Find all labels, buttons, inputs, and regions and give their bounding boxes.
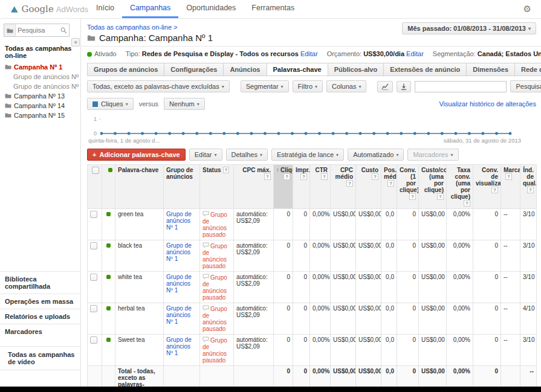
adgroup-link[interactable]: Grupo de anúncios Nº 1 (166, 211, 192, 231)
estrategia-de-lance-button[interactable]: Estratégia de lance (271, 149, 344, 161)
tree-item-label: Campanha Nº 15 (14, 112, 65, 119)
nav-ferramentas[interactable]: Ferramentas (244, 0, 302, 18)
help-icon[interactable] (283, 173, 290, 180)
help-icon[interactable] (464, 200, 470, 207)
col-header-impr[interactable]: Impr. (293, 165, 310, 209)
sidebar-link-video-campaigns[interactable]: Todas as campanhas de vídeo (0, 346, 80, 370)
tree-item-label: Grupo de anúncios Nº 2 (13, 83, 80, 90)
sidebar-link-biblioteca-compartilhada[interactable]: Biblioteca compartilhada (0, 271, 80, 294)
col-header-qs[interactable]: Índ. de qual. (520, 165, 537, 209)
col-header-view_conv[interactable]: Conv. de visualização (473, 165, 501, 209)
col-header-conv_rate[interactable]: Taxa conv. (uma por clique) (447, 165, 473, 209)
col-header-avg_cpc[interactable]: CPC médio (331, 165, 356, 209)
cell-labels: -- (501, 209, 520, 240)
help-icon[interactable] (387, 180, 394, 187)
edit-type-link[interactable]: Editar (300, 50, 318, 57)
row-checkbox[interactable] (90, 211, 97, 218)
editar-button[interactable]: Editar (189, 149, 222, 161)
automatizado-button[interactable]: Automatizado (348, 149, 404, 161)
sidebar-link-marcadores[interactable]: Marcadores (0, 324, 80, 339)
nav-inicio[interactable]: Início (88, 0, 122, 18)
col-header-cpc_max[interactable]: CPC máx. (234, 165, 274, 209)
change-history-link[interactable]: Visualizar histórico de alterações (439, 100, 536, 108)
sidebar-item-grupo-de-anuncios-n-2[interactable]: Grupo de anúncios Nº 2 (0, 82, 80, 91)
col-header-conv[interactable]: Conv. (1 por clique) (397, 165, 419, 209)
metric-dropdown[interactable]: Cliques (87, 98, 134, 110)
tab-rede-de-display[interactable]: Rede de Display (515, 63, 541, 76)
compare-dropdown[interactable]: Nenhum (164, 98, 205, 110)
sidebar-item-grupo-de-anuncios-n-1[interactable]: Grupo de anúncios Nº 1 (0, 72, 80, 82)
nav-campanhas[interactable]: Campanhas (122, 0, 178, 18)
date-range-button[interactable]: Mês passado: 01/08/2013 - 31/08/2013 (402, 22, 536, 34)
tab-anuncios[interactable]: Anúncios (224, 63, 267, 76)
keyword-filter-dropdown[interactable]: Todas, exceto as palavras-chave excluída… (87, 80, 230, 92)
adwords-logo: Google AdWords (0, 0, 88, 18)
sidebar-collapse-button[interactable]: « (71, 38, 80, 47)
col-header-adgroup[interactable]: Grupo de anúncios (164, 165, 200, 209)
adicionar-palavras-chave-button[interactable]: +Adicionar palavras-chave (87, 149, 186, 161)
search-scope-button[interactable] (4, 24, 16, 36)
tree-header-all-campaigns[interactable]: Todas as campanhas on-line (0, 43, 80, 62)
main-nav: InícioCampanhasOportunidadesFerramentas (88, 0, 302, 18)
sidebar-item-campanha-n-15[interactable]: Campanha Nº 15 (0, 111, 80, 120)
help-icon[interactable] (437, 193, 444, 200)
help-icon[interactable] (491, 187, 498, 193)
help-icon[interactable] (264, 173, 271, 180)
breadcrumb[interactable]: Todas as campanhas on-line > (87, 22, 213, 31)
help-icon[interactable] (223, 167, 230, 173)
adgroup-link[interactable]: Grupo de anúncios Nº 1 (166, 242, 192, 262)
col-header-cost[interactable]: Custo (356, 165, 381, 209)
row-checkbox[interactable] (90, 336, 97, 344)
col-header-status[interactable]: Status (200, 165, 234, 209)
col-header-cost_conv[interactable]: Custo/conv. (uma por clique) (419, 165, 447, 209)
row-checkbox[interactable] (90, 274, 97, 281)
sidebar-bottom-links: Biblioteca compartilhadaOperações em mas… (0, 271, 80, 339)
col-header-labels[interactable]: Marcadores (501, 165, 520, 209)
col-header-ctr[interactable]: CTR (310, 165, 331, 209)
help-icon[interactable] (372, 173, 378, 180)
col-header-avg_pos[interactable]: Pos. méd. (381, 165, 397, 209)
tab-palavras-chave[interactable]: Palavras-chave (267, 63, 328, 76)
sidebar-link-relatorios-e-uploads[interactable]: Relatórios e uploads (0, 309, 80, 324)
col-header-keyword[interactable]: Palavra-chave (115, 165, 164, 209)
chart-toggle-button[interactable] (377, 81, 393, 92)
nav-oportunidades[interactable]: Oportunidades (178, 0, 244, 18)
tab-dimensoes[interactable]: Dimensões (467, 63, 515, 76)
table-search-input[interactable] (415, 81, 507, 92)
adgroup-link[interactable]: Grupo de anúncios Nº 1 (166, 305, 192, 325)
tab-grupos-de-anuncios[interactable]: Grupos de anúncios (87, 63, 164, 76)
filter-dropdown[interactable]: Filtro (293, 80, 323, 92)
help-icon[interactable] (409, 193, 416, 200)
cell-cost: US$0,00 (356, 272, 381, 303)
col-header-cb[interactable] (88, 165, 102, 209)
row-checkbox[interactable] (90, 242, 97, 249)
detalhes-button[interactable]: Detalhes (226, 149, 268, 161)
cell-cost: US$0,00 (356, 209, 381, 240)
col-header-dot[interactable] (102, 165, 115, 209)
tab-extensoes-de-anuncio[interactable]: Extensões de anúncio (384, 63, 467, 76)
help-icon[interactable] (321, 173, 328, 180)
select-all-checkbox[interactable] (92, 167, 99, 174)
sidebar-item-campanha-n-13[interactable]: Campanha Nº 13 (0, 91, 80, 101)
tab-publicos-alvo[interactable]: Públicos-alvo (328, 63, 384, 76)
help-icon[interactable] (527, 187, 534, 193)
segment-dropdown[interactable]: Segmentar (241, 80, 289, 92)
help-icon[interactable] (300, 173, 307, 180)
columns-dropdown[interactable]: Colunas (326, 80, 366, 92)
search-input[interactable] (16, 27, 60, 34)
sidebar-link-operacoes-em-massa[interactable]: Operações em massa (0, 294, 80, 309)
help-icon[interactable] (346, 180, 353, 187)
cell-cost_conv: US$0,00 (419, 240, 447, 272)
row-checkbox[interactable] (90, 305, 97, 312)
sidebar-item-campanha-n-1[interactable]: Campanha Nº 1 (0, 62, 80, 72)
sidebar-item-campanha-n-14[interactable]: Campanha Nº 14 (0, 101, 80, 111)
search-button[interactable]: Pesquisa (510, 80, 541, 92)
download-button[interactable] (397, 81, 411, 92)
edit-budget-link[interactable]: Editar (406, 50, 424, 57)
gear-icon[interactable]: ⚙ (514, 0, 541, 18)
help-icon[interactable] (505, 173, 512, 180)
adgroup-link[interactable]: Grupo de anúncios Nº 1 (166, 336, 192, 356)
tab-configuracoes[interactable]: Configurações (164, 63, 224, 76)
col-header-clicks[interactable]: ↑Cliques (274, 165, 293, 209)
adgroup-link[interactable]: Grupo de anúncios Nº 1 (166, 274, 192, 294)
